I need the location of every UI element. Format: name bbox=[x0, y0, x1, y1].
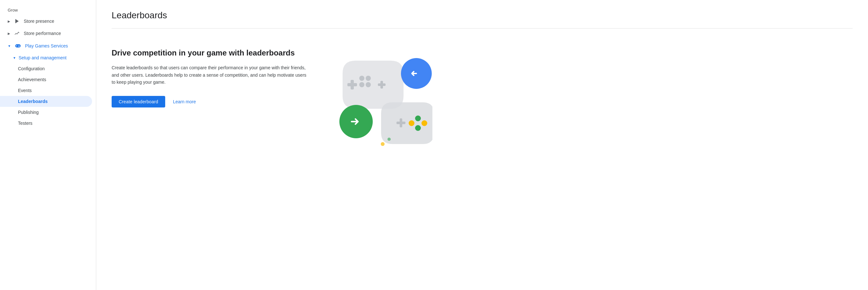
sidebar-subitem-achievements[interactable]: Achievements bbox=[0, 74, 92, 85]
achievements-label: Achievements bbox=[18, 77, 46, 82]
collapse-arrow-icon: ▶ bbox=[8, 20, 10, 23]
gamepad-icon bbox=[15, 43, 21, 49]
svg-rect-9 bbox=[347, 83, 357, 86]
store-presence-label: Store presence bbox=[24, 19, 54, 24]
content-body: Create leaderboards so that users can co… bbox=[112, 64, 310, 86]
svg-point-22 bbox=[381, 142, 384, 146]
content-text-area: Drive competition in your game with lead… bbox=[112, 48, 310, 107]
sidebar-section-label: Grow bbox=[0, 5, 96, 15]
events-label: Events bbox=[18, 88, 32, 93]
svg-point-5 bbox=[19, 46, 20, 46]
svg-rect-3 bbox=[16, 45, 17, 46]
svg-point-6 bbox=[18, 46, 19, 46]
leaderboards-label: Leaderboards bbox=[18, 99, 48, 104]
create-leaderboard-button[interactable]: Create leaderboard bbox=[112, 96, 165, 107]
play-icon bbox=[14, 18, 20, 24]
content-heading: Drive competition in your game with lead… bbox=[112, 48, 310, 58]
svg-point-7 bbox=[19, 46, 19, 47]
svg-point-15 bbox=[366, 82, 371, 87]
collapse-arrow-icon-2: ▶ bbox=[8, 32, 10, 35]
svg-marker-0 bbox=[16, 19, 19, 24]
sidebar-subitem-leaderboards[interactable]: Leaderboards bbox=[0, 96, 92, 107]
svg-point-18 bbox=[415, 116, 421, 121]
expanded-arrow-icon: ▼ bbox=[8, 44, 11, 48]
svg-rect-17 bbox=[397, 122, 405, 124]
sidebar-item-store-performance[interactable]: ▶ Store performance bbox=[0, 27, 92, 39]
svg-point-19 bbox=[422, 120, 427, 126]
svg-point-14 bbox=[359, 82, 364, 87]
testers-label: Testers bbox=[18, 121, 32, 126]
svg-rect-11 bbox=[378, 84, 385, 86]
sidebar-subitem-configuration[interactable]: Configuration bbox=[0, 63, 92, 74]
main-content: Leaderboards Drive competition in your g… bbox=[96, 0, 868, 290]
svg-point-13 bbox=[366, 76, 371, 81]
title-divider bbox=[112, 28, 852, 29]
configuration-label: Configuration bbox=[18, 66, 44, 71]
publishing-label: Publishing bbox=[18, 110, 39, 115]
trend-icon bbox=[14, 30, 20, 36]
svg-point-23 bbox=[388, 138, 391, 141]
subgroup-arrow-icon: ▼ bbox=[13, 56, 16, 60]
setup-management-group[interactable]: ▼ Setup and management bbox=[0, 52, 96, 63]
setup-management-label: Setup and management bbox=[19, 55, 66, 60]
svg-point-20 bbox=[415, 125, 421, 131]
store-performance-label: Store performance bbox=[24, 31, 61, 36]
sidebar-item-store-presence[interactable]: ▶ Store presence bbox=[0, 15, 92, 27]
svg-point-12 bbox=[359, 76, 364, 81]
play-games-services-label: Play Games Services bbox=[25, 43, 68, 49]
page-title: Leaderboards bbox=[112, 10, 852, 21]
content-section: Drive competition in your game with lead… bbox=[112, 48, 852, 157]
illustration bbox=[330, 48, 432, 157]
sidebar-subitem-testers[interactable]: Testers bbox=[0, 118, 92, 129]
svg-point-4 bbox=[19, 45, 19, 46]
button-row: Create leaderboard Learn more bbox=[112, 96, 310, 107]
sidebar-item-play-games-services[interactable]: ▼ Play Games Services bbox=[0, 39, 92, 52]
sidebar-subitem-events[interactable]: Events bbox=[0, 85, 92, 96]
sidebar-subitem-publishing[interactable]: Publishing bbox=[0, 107, 92, 118]
illustration-svg bbox=[330, 48, 432, 151]
sidebar: Grow ▶ Store presence ▶ Store performanc… bbox=[0, 0, 96, 290]
learn-more-link[interactable]: Learn more bbox=[173, 99, 196, 104]
svg-point-21 bbox=[409, 120, 414, 126]
